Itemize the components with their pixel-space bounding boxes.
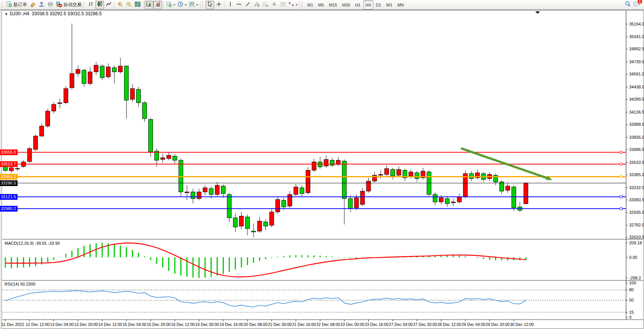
rsi-tick-label: 0 <box>629 315 631 320</box>
price-tick-label: 32935.0 <box>629 210 644 215</box>
time-axis-label: 29 Dec 20:00 <box>486 322 509 327</box>
price-tick-label: 35041.0 <box>629 34 644 39</box>
rsi-tick-label: 80 <box>629 287 634 292</box>
price-tick-label: 33533.5 <box>629 160 644 165</box>
current-price-badge: 33286.5 <box>0 180 18 186</box>
rsi-tick-label: 50 <box>629 298 634 303</box>
price-tick-label: 33686.5 <box>629 147 644 152</box>
price-level-badge: 33513.7 <box>0 161 18 167</box>
price-tick-label: 34438.0 <box>629 85 644 90</box>
rsi-indicator-label: RSI(14) 50.2300 <box>5 282 35 286</box>
candles-group <box>3 24 528 238</box>
time-axis-label: 28 Dec 12:00 <box>437 322 461 327</box>
time-axis-label: 21 Dec 00:00 <box>268 322 292 327</box>
line-handle <box>620 207 622 210</box>
time-axis-label: 15 Dec 04:00 <box>123 322 146 327</box>
price-tick-label: 33835.0 <box>629 135 644 140</box>
price-level-badge: 32980.2 <box>0 206 18 212</box>
macd-tick-label: -298.2 <box>629 276 641 281</box>
time-axis-label: 27 Dec 04:00 <box>389 322 413 327</box>
time-axis-label: 11 Dec 2022 <box>2 322 24 327</box>
rsi-tick-label: 15 <box>629 310 634 315</box>
time-axis-label: 15 Dec 20:00 <box>147 322 170 327</box>
price-tick-label: 33988.0 <box>629 122 644 127</box>
rsi-line <box>5 290 526 307</box>
macd-tick-label: 209.18 <box>629 241 642 246</box>
time-axis-label: 13 Dec 20:00 <box>74 322 98 327</box>
time-axis-label: 19 Dec 00:00 <box>195 322 219 327</box>
line-handle <box>620 163 622 165</box>
line-handle <box>620 175 622 178</box>
time-axis-label: 19 Dec 16:00 <box>220 322 243 327</box>
price-level-badge: 33655.0 <box>0 149 18 155</box>
price-tick-label: 32782.0 <box>629 223 644 228</box>
price-tick-label: 34289.5 <box>629 97 644 102</box>
time-axis-label: 22 Dec 08:00 <box>316 322 340 327</box>
time-axis-label: 14 Dec 12:00 <box>98 322 122 327</box>
price-tick-label: 34892.5 <box>629 47 644 51</box>
time-axis-label: 12 Dec 12:00 <box>26 322 50 327</box>
macd-indicator-label: MACD(12,26,9) -39.81 -33.90 <box>5 241 60 246</box>
price-tick-label: 33385.0 <box>629 172 644 177</box>
time-axis-label: 27 Dec 20:00 <box>413 322 437 327</box>
line-handle <box>620 196 622 198</box>
line-handle <box>620 151 622 154</box>
price-tick-label: 34136.5 <box>629 110 644 115</box>
price-tick-label: 32633.5 <box>629 235 644 240</box>
time-axis-label: 29 Dec 04:00 <box>462 322 485 327</box>
price-tick-label: 34591.0 <box>629 72 644 77</box>
time-axis-label: 23 Dec 00:00 <box>340 322 364 327</box>
macd-tick-label: 0.00 <box>629 255 637 260</box>
rsi-tick-label: 100 <box>629 281 636 286</box>
time-axis-label: 13 Dec 04:00 <box>50 322 74 327</box>
price-tick-label: 33083.5 <box>629 197 644 202</box>
time-axis-label: 16 Dec 12:00 <box>171 322 195 327</box>
chart-ohlc-values: 33038.5 33292.5 33032.5 33286.5 <box>32 11 102 16</box>
chart-symbol: DJ30-,H4 <box>10 11 29 16</box>
price-tick-label: 35194.0 <box>629 22 644 27</box>
chart-ohlc-header: ▼DJ30-,H4 33038.5 33292.5 33032.5 33286.… <box>5 11 102 16</box>
time-axis-label: 23 Dec 16:00 <box>365 322 389 327</box>
time-axis-label: 21 Dec 16:00 <box>292 322 316 327</box>
macd-group <box>5 243 526 278</box>
time-axis-label: 30 Dec 12:00 <box>510 322 534 327</box>
price-tick-label: 34739.5 <box>629 59 644 64</box>
price-level-badge: 33363.2 <box>0 174 18 180</box>
chart-shift-marker-icon <box>535 11 540 14</box>
price-level-badge: 33121.5 <box>0 194 18 200</box>
trend-arrow-annotation <box>461 148 547 178</box>
price-tick-label: 33232.0 <box>629 185 644 190</box>
macd-signal-line <box>5 243 526 277</box>
time-axis-label: 20 Dec 08:00 <box>244 322 267 327</box>
collapse-triangle-icon[interactable]: ▼ <box>5 12 8 16</box>
main-chart-canvas[interactable] <box>0 0 644 329</box>
